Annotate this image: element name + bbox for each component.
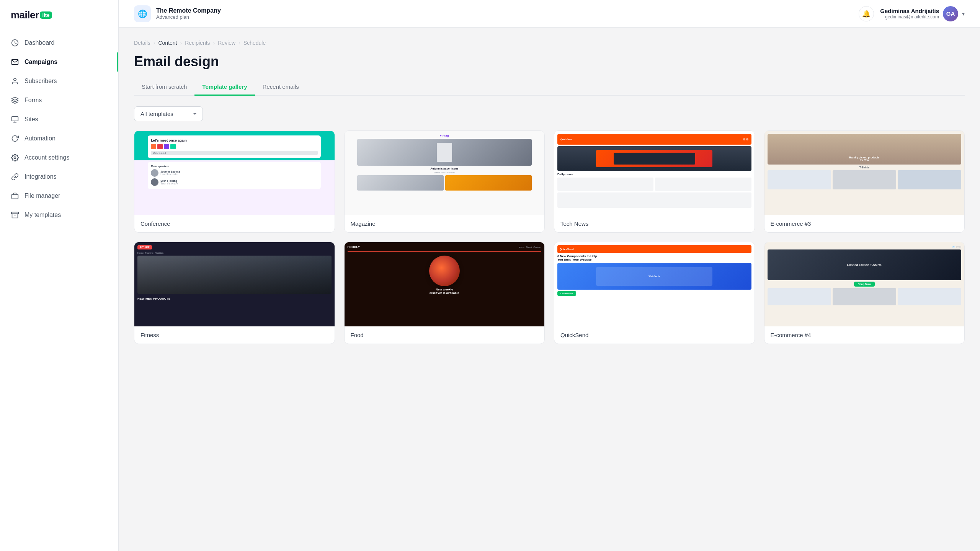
template-card-conference[interactable]: Let's meet once again DEC 12-14 Main spe…: [134, 130, 335, 233]
breadcrumb: Details › Content › Recipients › Review …: [134, 40, 965, 46]
sidebar-item-campaigns[interactable]: Campaigns: [0, 52, 118, 72]
template-preview-ecommerce-3: Handly picked productsfor You T-Shirts: [764, 131, 965, 215]
company-name: The Remote Company: [156, 7, 221, 14]
template-card-quicksend[interactable]: QuickSend 6 New Components to HelpYou Bu…: [554, 242, 755, 344]
template-name-conference: Conference: [134, 215, 335, 232]
sidebar-item-my-templates[interactable]: My templates: [0, 205, 118, 225]
main-nav: Dashboard Campaigns Subscribers Forms Si…: [0, 33, 118, 225]
sidebar-item-label: Forms: [24, 97, 42, 104]
breadcrumb-content[interactable]: Content: [158, 40, 177, 46]
archive-icon: [11, 211, 19, 219]
user-email: gediminas@mailerlite.com: [880, 14, 939, 20]
user-icon: [11, 77, 19, 85]
breadcrumb-sep-1: ›: [154, 40, 155, 46]
user-text: Gediminas Andrijaitis gediminas@mailerli…: [880, 8, 939, 20]
layers-icon: [11, 96, 19, 104]
template-card-food[interactable]: FOODLY Menu About Contact New weeklydisc…: [344, 242, 545, 344]
template-preview-food: FOODLY Menu About Contact New weeklydisc…: [345, 242, 545, 326]
sidebar-item-label: Automation: [24, 135, 56, 142]
link-icon: [11, 173, 19, 181]
user-menu[interactable]: Gediminas Andrijaitis gediminas@mailerli…: [880, 6, 965, 21]
template-name-tech-news: Tech News: [554, 215, 755, 232]
company-info: The Remote Company Advanced plan: [156, 7, 221, 20]
template-card-tech-news[interactable]: QuickSend Daily news: [554, 130, 755, 233]
template-name-food: Food: [345, 326, 545, 344]
template-preview-ecommerce-4: 📧 email Limited Edition T-Shirts Shop No…: [764, 242, 965, 326]
template-preview-tech-news: QuickSend Daily news: [554, 131, 755, 215]
svg-rect-3: [12, 117, 18, 121]
breadcrumb-recipients[interactable]: Recipients: [185, 40, 210, 46]
template-name-magazine: Magazine: [345, 215, 545, 232]
sidebar-item-label: Subscribers: [24, 78, 57, 85]
sidebar-item-forms[interactable]: Forms: [0, 91, 118, 110]
sidebar-item-label: My templates: [24, 212, 61, 218]
sidebar-item-dashboard[interactable]: Dashboard: [0, 33, 118, 52]
template-preview-conference: Let's meet once again DEC 12-14 Main spe…: [134, 131, 335, 215]
breadcrumb-schedule[interactable]: Schedule: [243, 40, 266, 46]
template-card-ecommerce-4[interactable]: 📧 email Limited Edition T-Shirts Shop No…: [764, 242, 965, 344]
company-icon: 🌐: [134, 5, 151, 22]
breadcrumb-review[interactable]: Review: [218, 40, 235, 46]
logo-text: mailer: [11, 9, 39, 21]
sidebar: mailerlite Dashboard Campaigns Subscribe…: [0, 0, 119, 551]
grid-icon: [11, 39, 19, 47]
sidebar-item-integrations[interactable]: Integrations: [0, 167, 118, 186]
company-plan: Advanced plan: [156, 14, 221, 20]
breadcrumb-sep-2: ›: [180, 40, 182, 46]
template-preview-quicksend: QuickSend 6 New Components to HelpYou Bu…: [554, 242, 755, 326]
template-name-ecommerce-4: E-commerce #4: [764, 326, 965, 344]
avatar: GA: [943, 6, 958, 21]
folder-icon: [11, 192, 19, 200]
sidebar-item-account-settings[interactable]: Account settings: [0, 148, 118, 167]
template-name-quicksend: QuickSend: [554, 326, 755, 344]
template-card-fitness[interactable]: FITLIFE Home Training Nutrition NEW MEN …: [134, 242, 335, 344]
tab-template-gallery[interactable]: Template gallery: [194, 79, 255, 96]
topbar-left: 🌐 The Remote Company Advanced plan: [134, 5, 221, 22]
template-name-fitness: Fitness: [134, 326, 335, 344]
filter-bar: All templates Newsletter E-commerce Conf…: [134, 106, 965, 121]
template-card-ecommerce-3[interactable]: Handly picked productsfor You T-Shirts E…: [764, 130, 965, 233]
sidebar-item-label: Account settings: [24, 154, 69, 161]
refresh-icon: [11, 134, 19, 143]
template-card-magazine[interactable]: ● mag Autumn's paper issue Latest reads …: [344, 130, 545, 233]
logo[interactable]: mailerlite: [0, 9, 118, 33]
sidebar-item-subscribers[interactable]: Subscribers: [0, 72, 118, 91]
svg-rect-7: [12, 194, 18, 199]
topbar: 🌐 The Remote Company Advanced plan 🔔 Ged…: [119, 0, 980, 28]
chevron-down-icon: ▾: [962, 11, 965, 17]
template-grid: Let's meet once again DEC 12-14 Main spe…: [134, 130, 965, 344]
mail-icon: [11, 58, 19, 66]
notifications-button[interactable]: 🔔: [859, 6, 874, 21]
sidebar-item-automation[interactable]: Automation: [0, 129, 118, 148]
breadcrumb-details[interactable]: Details: [134, 40, 150, 46]
sidebar-item-label: Integrations: [24, 173, 57, 180]
page-title: Email design: [134, 54, 965, 70]
template-preview-magazine: ● mag Autumn's paper issue Latest reads …: [345, 131, 545, 215]
svg-marker-2: [12, 97, 18, 100]
tabs: Start from scratch Template gallery Rece…: [134, 79, 965, 96]
sidebar-item-label: Sites: [24, 116, 38, 123]
template-preview-fitness: FITLIFE Home Training Nutrition NEW MEN …: [134, 242, 335, 326]
sidebar-item-label: Dashboard: [24, 39, 54, 46]
tab-recent-emails[interactable]: Recent emails: [255, 79, 307, 96]
sidebar-item-label: File manager: [24, 192, 60, 199]
content-area: Details › Content › Recipients › Review …: [119, 28, 980, 551]
svg-rect-8: [11, 212, 18, 214]
sidebar-item-label: Campaigns: [24, 59, 57, 65]
sidebar-item-sites[interactable]: Sites: [0, 110, 118, 129]
monitor-icon: [11, 115, 19, 124]
sidebar-item-file-manager[interactable]: File manager: [0, 186, 118, 205]
logo-badge: lite: [40, 11, 52, 19]
topbar-right: 🔔 Gediminas Andrijaitis gediminas@mailer…: [859, 6, 965, 21]
user-name: Gediminas Andrijaitis: [880, 8, 939, 14]
svg-point-6: [14, 157, 16, 159]
breadcrumb-sep-4: ›: [238, 40, 240, 46]
svg-point-1: [14, 78, 16, 81]
breadcrumb-sep-3: ›: [213, 40, 215, 46]
settings-icon: [11, 153, 19, 162]
template-name-ecommerce-3: E-commerce #3: [764, 215, 965, 232]
template-filter-select[interactable]: All templates Newsletter E-commerce Conf…: [134, 106, 203, 121]
main-area: 🌐 The Remote Company Advanced plan 🔔 Ged…: [119, 0, 980, 551]
tab-start-from-scratch[interactable]: Start from scratch: [134, 79, 194, 96]
